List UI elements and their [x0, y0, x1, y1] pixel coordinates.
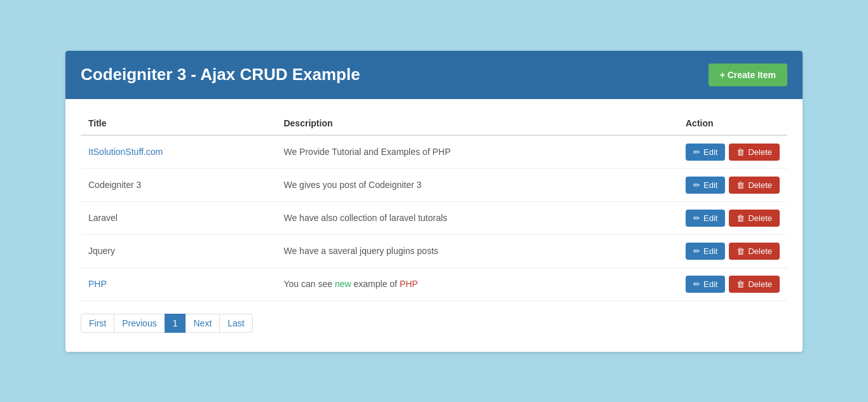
table-row: Codeigniter 3We gives you post of Codeig…	[81, 168, 787, 201]
edit-button[interactable]: ✏Edit	[686, 210, 725, 227]
row-description: We Provide Tutorial and Examples of PHP	[276, 135, 678, 169]
trash-icon: 🗑	[736, 147, 745, 157]
edit-button[interactable]: ✏Edit	[686, 276, 725, 293]
trash-icon: 🗑	[736, 180, 745, 190]
delete-button[interactable]: 🗑Delete	[729, 210, 780, 227]
action-buttons: ✏Edit🗑Delete	[686, 276, 780, 293]
row-description: We have also collection of laravel tutor…	[276, 201, 678, 234]
pagination-next[interactable]: Next	[185, 314, 220, 333]
trash-icon: 🗑	[736, 213, 745, 223]
delete-button[interactable]: 🗑Delete	[729, 144, 780, 161]
row-action: ✏Edit🗑Delete	[678, 267, 787, 300]
pencil-icon: ✏	[693, 180, 700, 190]
pencil-icon: ✏	[693, 279, 700, 289]
pagination: First Previous 1 Next Last	[81, 314, 787, 333]
pencil-icon: ✏	[693, 147, 700, 157]
delete-button[interactable]: 🗑Delete	[729, 243, 780, 260]
table-row: LaravelWe have also collection of larave…	[81, 201, 787, 234]
pencil-icon: ✏	[693, 246, 700, 256]
edit-button[interactable]: ✏Edit	[686, 177, 725, 194]
row-description: You can see new example of PHP	[276, 267, 678, 300]
create-item-button[interactable]: + Create Item	[709, 64, 787, 86]
header: Codeigniter 3 - Ajax CRUD Example + Crea…	[65, 51, 803, 99]
col-header-action: Action	[678, 112, 787, 135]
table-row: PHPYou can see new example of PHP✏Edit🗑D…	[81, 267, 787, 300]
action-buttons: ✏Edit🗑Delete	[686, 243, 780, 260]
action-buttons: ✏Edit🗑Delete	[686, 210, 780, 227]
pagination-previous[interactable]: Previous	[114, 314, 165, 333]
table-row: JqueryWe have a saveral jquery plugins p…	[81, 234, 787, 267]
row-action: ✏Edit🗑Delete	[678, 234, 787, 267]
delete-button[interactable]: 🗑Delete	[729, 276, 780, 293]
pencil-icon: ✏	[693, 213, 700, 223]
row-title: Jquery	[81, 234, 276, 267]
row-title-link[interactable]: ItSolutionStuff.com	[88, 147, 163, 157]
pagination-first[interactable]: First	[81, 314, 114, 333]
pagination-current[interactable]: 1	[165, 314, 186, 333]
items-table: Title Description Action ItSolutionStuff…	[81, 112, 787, 301]
page-title: Codeigniter 3 - Ajax CRUD Example	[81, 65, 360, 84]
row-title-link[interactable]: PHP	[88, 279, 107, 289]
row-action: ✏Edit🗑Delete	[678, 201, 787, 234]
action-buttons: ✏Edit🗑Delete	[686, 177, 780, 194]
action-buttons: ✏Edit🗑Delete	[686, 144, 780, 161]
main-container: Codeigniter 3 - Ajax CRUD Example + Crea…	[65, 51, 803, 352]
table-row: ItSolutionStuff.comWe Provide Tutorial a…	[81, 135, 787, 169]
delete-button[interactable]: 🗑Delete	[729, 177, 780, 194]
edit-button[interactable]: ✏Edit	[686, 144, 725, 161]
row-action: ✏Edit🗑Delete	[678, 168, 787, 201]
row-description: We gives you post of Codeigniter 3	[276, 168, 678, 201]
content-area: Title Description Action ItSolutionStuff…	[65, 99, 803, 352]
trash-icon: 🗑	[736, 279, 745, 289]
col-header-title: Title	[81, 112, 276, 135]
row-title: Laravel	[81, 201, 276, 234]
trash-icon: 🗑	[736, 246, 745, 256]
edit-button[interactable]: ✏Edit	[686, 243, 725, 260]
row-description: We have a saveral jquery plugins posts	[276, 234, 678, 267]
col-header-description: Description	[276, 112, 678, 135]
pagination-last[interactable]: Last	[219, 314, 252, 333]
row-action: ✏Edit🗑Delete	[678, 135, 787, 169]
row-title: Codeigniter 3	[81, 168, 276, 201]
